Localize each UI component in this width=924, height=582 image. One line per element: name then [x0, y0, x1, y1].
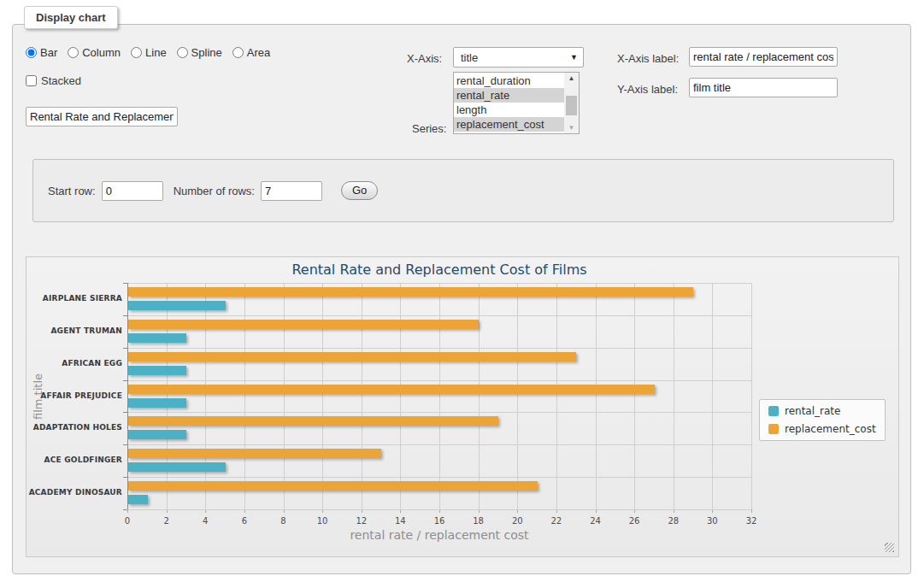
x-tick-label: 16	[427, 516, 452, 526]
x-tick-label: 30	[699, 516, 725, 526]
chart-type-radio-line[interactable]	[131, 47, 142, 58]
chart-type-radio-label: Bar	[40, 46, 57, 59]
category-label: AFRICAN EGG	[26, 359, 122, 367]
bar-replacement_cost	[128, 352, 576, 362]
bar-replacement_cost	[128, 481, 538, 491]
category-label: ACADEMY DINOSAUR	[26, 488, 122, 497]
x-axis-select-label: X-Axis:	[407, 52, 442, 65]
x-axis-label-input[interactable]	[689, 47, 838, 67]
chart-type-option-line: Line	[131, 46, 167, 59]
chart-type-option-bar: Bar	[26, 46, 57, 59]
num-rows-input[interactable]	[261, 181, 322, 201]
series-multiselect[interactable]: rental_durationrental_ratelengthreplacem…	[453, 72, 580, 134]
y-gridline	[127, 380, 751, 381]
y-gridline	[127, 315, 751, 316]
chart-type-radio-group: BarColumnLineSplineArea	[26, 46, 270, 59]
chart-title: Rental Rate and Replacement Cost of Film…	[127, 262, 751, 278]
bar-rental_rate	[128, 495, 148, 504]
category-label: AIRPLANE SIERRA	[26, 294, 122, 303]
x-tick-label: 8	[271, 516, 297, 526]
x-tick-label: 6	[232, 516, 257, 526]
legend-item-rental_rate[interactable]: rental_rate	[768, 405, 876, 417]
x-gridline	[751, 283, 752, 509]
x-gridline	[517, 283, 518, 509]
x-gridline	[205, 283, 206, 509]
chart-legend: rental_ratereplacement_cost	[759, 399, 886, 441]
chart-type-radio-label: Area	[247, 46, 270, 59]
series-option-rental_duration[interactable]: rental_duration	[454, 73, 564, 88]
series-select-label: Series:	[412, 122, 446, 135]
bar-replacement_cost	[128, 416, 498, 426]
stacked-row: Stacked	[26, 74, 81, 87]
bar-replacement_cost	[128, 287, 693, 297]
scrollbar-thumb[interactable]	[566, 96, 577, 115]
chart-x-axis-title: rental rate / replacement cost	[127, 528, 751, 542]
bar-replacement_cost	[128, 320, 479, 329]
chart-type-option-spline: Spline	[177, 46, 222, 59]
chart-type-radio-area[interactable]	[232, 47, 244, 58]
x-tick-label: 22	[544, 516, 569, 526]
scroll-down-icon[interactable]: ▼	[564, 122, 579, 133]
x-tick-label: 18	[466, 516, 491, 526]
x-tick-label: 20	[504, 516, 530, 526]
bar-replacement_cost	[128, 449, 381, 458]
stacked-label: Stacked	[41, 74, 81, 87]
bar-rental_rate	[128, 462, 226, 472]
chart-type-radio-bar[interactable]	[26, 47, 37, 58]
x-axis-select[interactable]: title ▼	[453, 47, 584, 68]
y-axis-label-input[interactable]	[689, 78, 838, 97]
scroll-up-icon[interactable]: ▲	[564, 73, 579, 84]
x-tick-mark	[751, 509, 752, 513]
y-gridline	[127, 412, 751, 413]
bar-rental_rate	[128, 398, 186, 408]
legend-swatch-replacement_cost	[768, 424, 779, 434]
y-tick-mark	[123, 509, 127, 510]
rows-panel: Start row: Number of rows: Go	[32, 159, 894, 222]
x-axis-select-value: title	[461, 51, 478, 64]
x-gridline	[322, 283, 323, 509]
x-gridline	[400, 283, 401, 509]
start-row-input[interactable]	[102, 181, 163, 201]
y-gridline	[127, 283, 751, 284]
legend-item-replacement_cost[interactable]: replacement_cost	[768, 423, 876, 435]
category-label: ADAPTATION HOLES	[26, 423, 122, 432]
go-button[interactable]: Go	[341, 181, 378, 200]
chart-canvas: Rental Rate and Replacement Cost of Film…	[26, 256, 899, 557]
chart-type-option-column: Column	[68, 46, 121, 59]
series-option-replacement_cost[interactable]: replacement_cost	[454, 117, 564, 132]
chart-title-input[interactable]	[26, 107, 178, 126]
x-gridline	[362, 283, 362, 509]
chart-type-radio-column[interactable]	[68, 47, 79, 58]
x-gridline	[634, 283, 635, 509]
bar-replacement_cost	[128, 385, 655, 394]
x-gridline	[712, 283, 713, 509]
category-label: ACE GOLDFINGER	[26, 456, 122, 464]
resize-grip-icon[interactable]	[885, 543, 894, 552]
x-tick-label: 32	[739, 516, 764, 526]
x-gridline	[244, 283, 245, 509]
start-row-label: Start row:	[48, 185, 96, 197]
chart-type-radio-spline[interactable]	[177, 47, 188, 58]
x-gridline	[556, 283, 557, 509]
x-tick-label: 24	[583, 516, 609, 526]
bar-rental_rate	[128, 301, 226, 310]
y-axis-line	[127, 283, 128, 509]
fieldset-legend: Display chart	[24, 6, 118, 29]
y-gridline	[127, 509, 751, 510]
bar-rental_rate	[128, 430, 186, 439]
x-tick-label: 12	[349, 516, 374, 526]
series-option-rental_rate[interactable]: rental_rate	[454, 88, 564, 103]
series-options: rental_durationrental_ratelengthreplacem…	[454, 73, 564, 133]
x-tick-label: 2	[154, 516, 180, 526]
y-gridline	[127, 444, 751, 445]
series-option-length[interactable]: length	[454, 103, 564, 117]
category-label: AFFAIR PREJUDICE	[26, 391, 122, 400]
stacked-checkbox[interactable]	[26, 75, 37, 86]
series-scrollbar[interactable]: ▲ ▼	[564, 73, 579, 133]
x-gridline	[439, 283, 440, 509]
x-tick-label: 28	[661, 516, 686, 526]
chevron-down-icon: ▼	[570, 53, 578, 62]
x-gridline	[284, 283, 285, 509]
x-tick-label: 14	[387, 516, 413, 526]
x-tick-label: 4	[192, 516, 218, 526]
